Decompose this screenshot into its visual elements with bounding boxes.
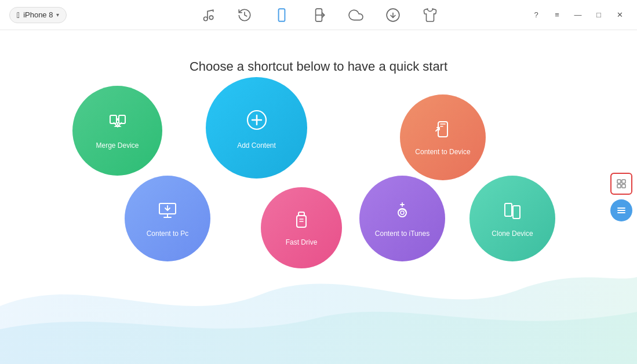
content-to-device-button[interactable]: Content to Device xyxy=(400,94,486,180)
grid-icon xyxy=(616,179,627,189)
svg-rect-21 xyxy=(513,206,520,219)
menu-button[interactable]: ≡ xyxy=(549,7,565,23)
fast-drive-label: Fast Drive xyxy=(286,238,318,246)
window-controls: ? ≡ — □ ✕ xyxy=(528,7,628,23)
nav-toolkit-icon[interactable] xyxy=(421,6,439,24)
titlebar:  iPhone 8 ▾ xyxy=(0,0,637,30)
nav-cloud-icon[interactable] xyxy=(347,6,365,24)
list-view-button[interactable] xyxy=(610,199,632,221)
clone-device-button[interactable]: Clone Device xyxy=(469,176,555,261)
content-to-pc-icon xyxy=(156,200,179,226)
fast-drive-button[interactable]: Fast Drive xyxy=(261,187,342,268)
svg-rect-24 xyxy=(617,184,621,188)
svg-rect-20 xyxy=(505,203,512,216)
svg-rect-2 xyxy=(278,9,285,21)
maximize-button[interactable]: □ xyxy=(591,7,607,23)
merge-device-label: Merge Device xyxy=(96,141,139,150)
content-to-itunes-icon xyxy=(391,200,413,226)
content-to-itunes-label: Content to iTunes xyxy=(375,230,429,238)
svg-rect-22 xyxy=(617,180,621,183)
clone-device-label: Clone Device xyxy=(492,230,533,238)
svg-point-0 xyxy=(203,17,208,21)
svg-rect-23 xyxy=(622,180,625,183)
merge-device-button[interactable]: Merge Device xyxy=(72,86,162,176)
svg-point-1 xyxy=(209,16,213,20)
svg-rect-8 xyxy=(119,115,125,123)
svg-point-19 xyxy=(401,211,404,214)
clone-device-icon xyxy=(501,200,523,226)
add-content-label: Add Content xyxy=(237,141,276,150)
close-button[interactable]: ✕ xyxy=(611,7,628,23)
content-to-pc-button[interactable]: Content to Pc xyxy=(125,176,210,261)
fast-drive-icon xyxy=(291,210,312,235)
list-icon xyxy=(616,205,627,216)
nav-history-icon[interactable] xyxy=(235,6,254,24)
content-to-pc-label: Content to Pc xyxy=(147,230,189,238)
minimize-button[interactable]: — xyxy=(570,7,586,23)
content-to-itunes-button[interactable]: Content to iTunes xyxy=(359,176,445,261)
side-panel xyxy=(610,173,632,221)
nav-device-icon[interactable] xyxy=(272,6,291,24)
nav-music-icon[interactable] xyxy=(198,6,217,24)
merge-device-icon xyxy=(107,112,129,138)
shortcuts-area: Merge Device Add Content C xyxy=(0,68,637,312)
main-content: Choose a shortcut below to have a quick … xyxy=(0,30,637,364)
svg-rect-25 xyxy=(622,184,625,188)
help-button[interactable]: ? xyxy=(528,7,544,23)
device-name: iPhone 8 xyxy=(23,10,53,19)
nav-ios-icon[interactable] xyxy=(310,6,328,24)
nav-bar xyxy=(198,6,439,24)
chevron-down-icon: ▾ xyxy=(56,12,59,18)
content-to-device-icon xyxy=(432,119,453,144)
content-to-device-label: Content to Device xyxy=(415,148,470,156)
device-selector[interactable]:  iPhone 8 ▾ xyxy=(9,7,67,23)
add-content-icon xyxy=(243,106,271,138)
grid-view-button[interactable] xyxy=(610,173,632,195)
apple-icon:  xyxy=(17,10,20,20)
add-content-button[interactable]: Add Content xyxy=(206,77,307,179)
svg-rect-7 xyxy=(110,115,117,123)
titlebar-left:  iPhone 8 ▾ xyxy=(9,7,67,23)
nav-download-icon[interactable] xyxy=(384,6,402,24)
